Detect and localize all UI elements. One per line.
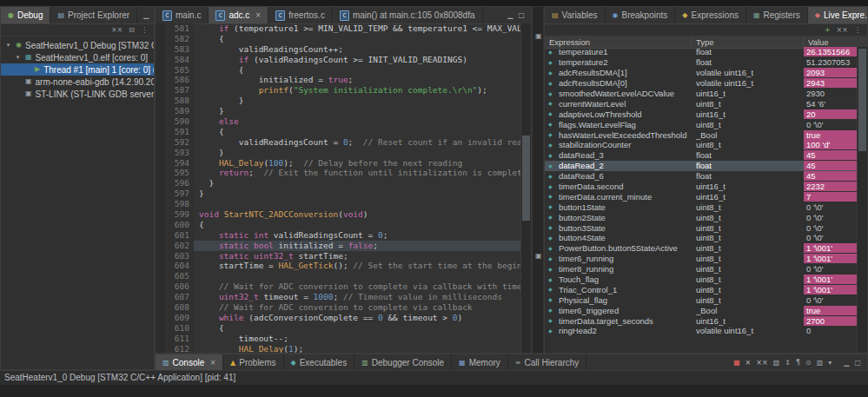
code-line[interactable] xyxy=(199,199,520,209)
column-header-expression[interactable]: Expression xyxy=(545,37,692,47)
code-line[interactable]: } xyxy=(199,178,520,189)
tab-problems[interactable]: ▲Problems xyxy=(223,354,283,371)
expression-row[interactable]: ◆adcResultsDMA[0]volatile uint16_t2943 xyxy=(545,78,858,89)
terminate-icon[interactable]: ■ xyxy=(733,360,740,367)
debug-tree-item[interactable]: ▣ST-LINK (ST-LINK GDB server) xyxy=(1,88,154,100)
code-line[interactable]: } xyxy=(199,96,520,106)
add-expression-icon[interactable]: + xyxy=(825,27,831,34)
view-menu-icon[interactable]: ⋮ xyxy=(854,27,861,34)
code-line[interactable] xyxy=(199,271,520,281)
tab-main-c[interactable]: cmain.c xyxy=(156,7,209,23)
tab-console[interactable]: ▥Console× xyxy=(156,354,223,371)
tab-call-hierarchy[interactable]: ≡Call Hierarchy xyxy=(508,354,587,371)
expression-row[interactable]: ◆hasWaterLevelExceededThreshold_Booltrue xyxy=(545,129,858,140)
expression-row[interactable]: ◆timer6_triggered_Booltrue xyxy=(545,305,858,315)
minimize-icon[interactable]: ▁ xyxy=(143,12,149,19)
code-line[interactable]: while (adcConversionComplete == 0 && tim… xyxy=(199,313,520,323)
code-line[interactable]: static bool initialized = false; xyxy=(194,241,520,251)
tab-memory[interactable]: ▦Memory xyxy=(452,354,508,371)
expression-row[interactable]: ◆timerData.current_minuteuint16_t7 xyxy=(545,191,858,202)
expression-row[interactable]: ◆timer8_runninguint8_t0 '\0' xyxy=(545,264,858,275)
debug-tree-item[interactable]: ▣arm-none-eabi-gdb (14.2.90.20240526) xyxy=(1,76,154,88)
tab-breakpoints[interactable]: ◉Breakpoints xyxy=(606,7,676,23)
expressions-scrollbar[interactable] xyxy=(857,47,867,353)
code-line[interactable]: static uint32_t startTime; xyxy=(199,251,520,261)
code-line[interactable]: else xyxy=(199,116,520,127)
expression-row[interactable]: ◆Triac_Control_1uint8_t1 '\001' xyxy=(545,284,858,294)
tab-main-at-main-c-105-0x8008dfa[interactable]: cmain() at main.c:105 0x8008dfa xyxy=(333,7,483,23)
tab-registers[interactable]: ▦Registers xyxy=(746,7,808,23)
code-line[interactable]: initialized = true; xyxy=(199,75,520,85)
minimize-icon[interactable]: ▁ xyxy=(507,12,513,19)
expression-row[interactable]: ◆button4Stateuint8_t0 '\0' xyxy=(545,233,858,243)
tab-freertos-c[interactable]: cfreertos.c xyxy=(268,7,333,23)
maximize-icon[interactable]: □ xyxy=(854,360,861,367)
expression-row[interactable]: ◆ringHead2volatile uint16_t0 xyxy=(545,326,858,336)
breakpoint-margin[interactable] xyxy=(156,23,167,353)
code-line[interactable]: printf("System initialization complete.\… xyxy=(199,85,520,96)
tab-project-explorer[interactable]: ▤Project Explorer xyxy=(50,7,137,23)
tab-variables[interactable]: ▤Variables xyxy=(545,7,606,23)
expression-row[interactable]: ◆timerData.target_secondsuint16_t2700 xyxy=(545,315,858,326)
code-line[interactable]: uint32_t timeout = 1000; // Timeout valu… xyxy=(199,292,520,302)
code-line[interactable]: startTime = HAL_GetTick(); // Set the st… xyxy=(199,261,520,271)
code-line[interactable]: { xyxy=(199,323,520,334)
code-line[interactable]: return; // Exit the function until initi… xyxy=(199,168,520,178)
expression-row[interactable]: ◆temperature1float26.1351566 xyxy=(545,47,858,57)
scroll-lock-icon[interactable]: ↕ xyxy=(785,360,791,367)
pin-console-icon[interactable]: ⊙ xyxy=(805,360,812,367)
expression-row[interactable]: ◆adcResultsDMA[1]volatile uint16_t2093 xyxy=(545,68,858,78)
debug-tree-item[interactable]: ▾▦SeatHeaterv1_0.elf [cores: 0] xyxy=(1,51,154,63)
code-line[interactable]: validReadingsCount = 0; // Reset count i… xyxy=(199,137,520,148)
restore-view-icon[interactable]: ▣ xyxy=(535,253,542,260)
code-line[interactable]: static int validReadingsCount = 0; xyxy=(199,230,520,241)
code-line[interactable]: HAL_Delay(1); xyxy=(199,344,520,353)
remove-all-expressions-icon[interactable]: ×× xyxy=(837,27,848,34)
expand-arrow-icon[interactable]: ▾ xyxy=(4,42,12,49)
tab-expressions[interactable]: ◆Expressions xyxy=(675,7,746,23)
expression-row[interactable]: ◆timer6_runninguint8_t1 '\001' xyxy=(545,254,858,264)
expression-row[interactable]: ◆flags.WaterLevelFlaguint8_t0 '\0' xyxy=(545,119,858,129)
display-selected-console-icon[interactable]: ▥ xyxy=(817,360,824,367)
code-line[interactable]: // Wait for ADC conversion to complete v… xyxy=(199,281,520,292)
editor-scrollbar-thumb[interactable] xyxy=(522,136,530,222)
expression-row[interactable]: ◆dataRead_2float45 xyxy=(545,161,858,171)
code-editor[interactable]: 5815825835845855865875885895905915925935… xyxy=(156,23,531,353)
collapse-all-icon[interactable]: ⊟ xyxy=(129,27,135,34)
expand-arrow-icon[interactable]: ▾ xyxy=(14,54,22,61)
remove-launch-icon[interactable]: × xyxy=(745,360,752,367)
expression-row[interactable]: ◆Touch_flaguint8_t1 '\001' xyxy=(545,275,858,285)
expression-row[interactable]: ◆Physical_flaguint8_t0 '\0' xyxy=(545,294,858,305)
debug-tree-item[interactable]: ▾◉SeatHeaterv1_0 Debug [STM32 C/C++ App.… xyxy=(1,39,154,51)
tab-debug[interactable]: ●Debug xyxy=(1,7,50,23)
code-line[interactable]: { xyxy=(199,127,520,137)
code-line[interactable]: validReadingsCount++; xyxy=(199,44,520,55)
expression-row[interactable]: ◆timerData.seconduint16_t2232 xyxy=(545,182,858,192)
view-menu-icon[interactable]: ⋮ xyxy=(141,27,148,34)
expression-row[interactable]: ◆button1Stateuint8_t0 '\0' xyxy=(545,202,858,212)
expression-row[interactable]: ◆dataRead_3float45 xyxy=(545,150,858,161)
debug-tree-item[interactable]: ▶Thread #1 [main] 1 [core: 0] (Running..… xyxy=(1,63,154,76)
code-line[interactable]: { xyxy=(199,34,520,44)
tab-debugger-console[interactable]: ▥Debugger Console xyxy=(354,354,452,371)
close-tab-icon[interactable]: × xyxy=(210,359,215,367)
expression-row[interactable]: ◆button3Stateuint8_t0 '\0' xyxy=(545,222,858,233)
tab-live-expre[interactable]: ◆Live Expre... xyxy=(808,7,867,23)
expression-row[interactable]: ◆dataRead_6float45 xyxy=(545,171,858,182)
remove-all-terminated-icon[interactable]: ×× xyxy=(111,27,123,34)
code-line[interactable]: if (temperature1 >= MIN_VALID_TEMP && te… xyxy=(199,23,520,34)
restore-view-icon[interactable]: ▣ xyxy=(535,33,542,40)
expression-row[interactable]: ◆button2Stateuint8_t0 '\0' xyxy=(545,212,858,222)
minimize-icon[interactable]: ▁ xyxy=(844,360,849,367)
expression-row[interactable]: ◆stabilizationCounteruint8_t100 'd' xyxy=(545,140,858,150)
tab-executables[interactable]: ◆Executables xyxy=(284,354,355,371)
code-line[interactable]: if (validReadingsCount >= INIT_VALID_REA… xyxy=(199,55,520,65)
code-line[interactable]: } xyxy=(199,106,520,116)
code-line[interactable]: timeout--; xyxy=(199,334,520,344)
remove-all-launches-icon[interactable]: ×× xyxy=(756,360,767,367)
code-line[interactable]: HAL_Delay(100); // Delay before the next… xyxy=(199,158,520,169)
code-line[interactable]: } xyxy=(199,148,520,158)
maximize-icon[interactable]: □ xyxy=(518,12,525,19)
open-console-icon[interactable]: ▾ xyxy=(828,360,832,367)
code-line[interactable]: { xyxy=(199,220,520,230)
